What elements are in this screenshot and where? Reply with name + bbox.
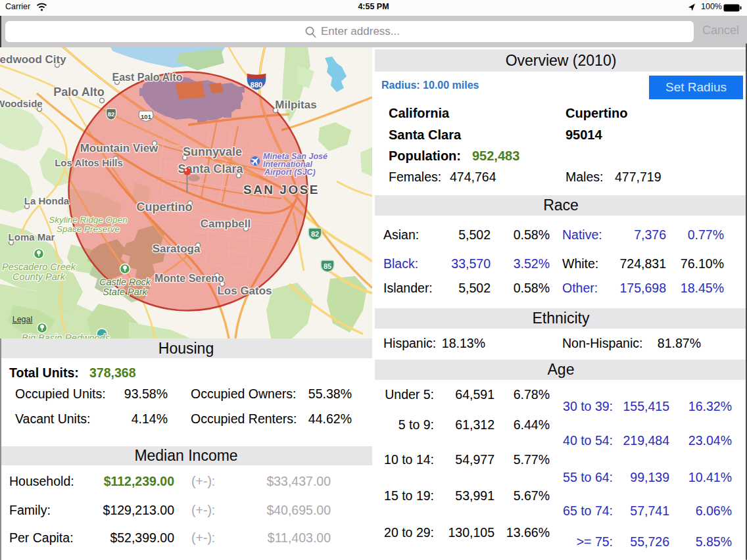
svg-text:State Park: State Park (103, 287, 147, 297)
svg-text:Los Gatos: Los Gatos (217, 285, 272, 297)
svg-text:101: 101 (141, 113, 152, 120)
svg-text:Milpitas: Milpitas (275, 99, 316, 111)
svg-text:Skyline Ridge Open: Skyline Ridge Open (49, 215, 127, 225)
svg-text:Castle Rock: Castle Rock (99, 277, 151, 287)
svg-text:Mountain View: Mountain View (80, 142, 158, 154)
svg-text:Sunnyvale: Sunnyvale (183, 145, 242, 158)
svg-text:Woodside: Woodside (0, 98, 43, 109)
svg-text:Redwood City: Redwood City (0, 53, 66, 66)
svg-text:Monte Sereno: Monte Sereno (155, 273, 224, 284)
svg-text:Cupertino: Cupertino (137, 200, 193, 214)
svg-text:Legal: Legal (12, 315, 33, 324)
svg-text:82: 82 (108, 110, 115, 118)
svg-text:East Palo Alto: East Palo Alto (112, 72, 183, 83)
svg-text:Loma Mar: Loma Mar (9, 231, 55, 243)
svg-text:Big Basin Redwoods: Big Basin Redwoods (22, 333, 110, 338)
svg-text:La Honda: La Honda (24, 195, 70, 206)
svg-text:Palo Alto: Palo Alto (53, 85, 104, 99)
svg-text:SAN JOSE: SAN JOSE (243, 183, 320, 197)
svg-text:Pescadero Creek: Pescadero Creek (2, 262, 76, 272)
svg-text:85: 85 (324, 262, 331, 270)
svg-text:Saratoga: Saratoga (153, 243, 201, 255)
svg-text:Space Preserve: Space Preserve (57, 224, 120, 234)
svg-text:82: 82 (311, 230, 319, 238)
svg-text:Airport (SJC): Airport (SJC) (264, 168, 316, 177)
svg-text:Los Altos Hills: Los Altos Hills (55, 157, 123, 168)
svg-text:880: 880 (251, 81, 262, 89)
svg-text:County Park: County Park (12, 271, 66, 282)
svg-text:Campbell: Campbell (201, 218, 251, 230)
